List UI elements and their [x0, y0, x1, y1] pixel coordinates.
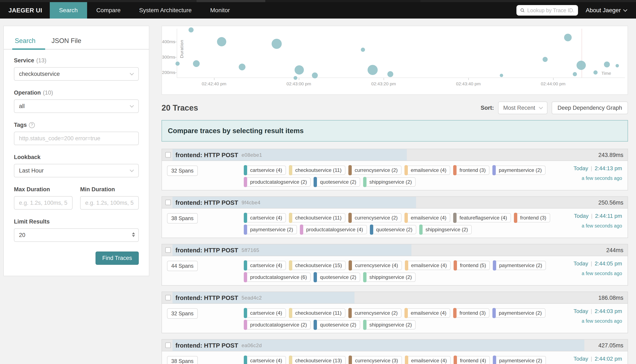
trace-scatter-point[interactable]	[573, 72, 577, 76]
trace-scatter-point[interactable]	[175, 62, 180, 66]
trace-date-link[interactable]: Today	[574, 165, 588, 172]
trace-time-link[interactable]: 2:44:11 pm	[595, 213, 622, 219]
about-jaeger-menu[interactable]: About Jaeger	[586, 7, 627, 14]
deep-dependency-graph-button[interactable]: Deep Dependency Graph	[552, 102, 628, 114]
service-select[interactable]: checkoutservice	[14, 67, 139, 81]
trace-title-link[interactable]: frontend: HTTP POST	[175, 247, 238, 254]
trace-card-header[interactable]: frontend: HTTP POST5ff7165244ms	[162, 244, 627, 256]
service-chip-label: quoteservice (2)	[317, 322, 360, 328]
trace-scatter-point[interactable]	[387, 71, 393, 77]
trace-select-checkbox[interactable]	[165, 152, 171, 158]
service-chip-label: productcatalogservice (4)	[303, 227, 366, 232]
trace-scatter-point[interactable]	[564, 34, 572, 41]
trace-scatter-point[interactable]	[272, 39, 282, 49]
service-color-swatch	[493, 260, 496, 270]
trace-date-link[interactable]: Today	[574, 356, 588, 362]
trace-select-checkbox[interactable]	[165, 247, 171, 253]
trace-timestamps: Today|2:44:11 pma few seconds ago	[574, 213, 622, 229]
nav-item-system-architecture[interactable]: System Architecture	[130, 2, 201, 18]
trace-select-checkbox[interactable]	[165, 342, 171, 348]
trace-scatter-point[interactable]	[217, 37, 226, 46]
trace-card-header[interactable]: frontend: HTTP POSTe08ebe1243.89ms	[162, 149, 627, 161]
trace-time-link[interactable]: 2:44:05 pm	[595, 260, 622, 267]
service-color-swatch	[244, 177, 247, 187]
trace-scatter-point[interactable]	[615, 64, 619, 68]
service-chip-currencyservice: currencyservice (2)	[348, 166, 402, 175]
trace-card-header[interactable]: frontend: HTTP POSTea06c2d427.05ms	[162, 340, 627, 351]
trace-card-header[interactable]: frontend: HTTP POST9f4cbe4250.56ms	[162, 197, 627, 208]
trace-id: 5ff7165	[242, 247, 259, 253]
trace-date-link[interactable]: Today	[574, 213, 588, 219]
trace-duration: 186.08ms	[598, 292, 623, 304]
service-chip-label: checkoutservice (13)	[292, 358, 345, 364]
trace-date-link[interactable]: Today	[574, 260, 588, 267]
find-traces-button[interactable]: Find Traces	[96, 252, 139, 265]
trace-time-link[interactable]: 2:44:03 pm	[595, 308, 622, 314]
compare-banner: Compare traces by selecting result items	[162, 120, 628, 142]
number-stepper[interactable]	[132, 232, 135, 237]
service-color-swatch	[363, 177, 367, 187]
service-chip-label: shippingservice (2)	[367, 322, 415, 328]
lookback-select[interactable]: Last Hour	[14, 164, 139, 177]
stepper-up-icon[interactable]	[132, 232, 135, 234]
tags-input[interactable]	[14, 132, 139, 145]
trace-timestamps: Today|2:44:05 pma few seconds ago	[574, 260, 622, 276]
trace-title-link[interactable]: frontend: HTTP POST	[175, 294, 238, 302]
trace-select-checkbox[interactable]	[165, 295, 171, 300]
trace-relative-time: a few seconds ago	[574, 271, 622, 276]
trace-scatter-point[interactable]	[576, 61, 586, 70]
help-icon[interactable]: ?	[29, 122, 35, 128]
trace-scatter-point[interactable]	[193, 60, 200, 67]
tab-json-file[interactable]: JSON File	[51, 34, 82, 50]
trace-scatter-point[interactable]	[368, 65, 378, 75]
trace-lookup[interactable]	[516, 5, 578, 16]
service-chip-cartservice: cartservice (4)	[244, 213, 286, 222]
service-color-swatch	[348, 165, 352, 175]
trace-duration: 250.56ms	[598, 197, 623, 208]
service-color-swatch	[348, 308, 352, 318]
app-brand: JAEGER UI	[0, 2, 50, 18]
tab-search[interactable]: Search	[14, 34, 36, 50]
service-color-swatch	[289, 260, 292, 270]
trace-title-link[interactable]: frontend: HTTP POST	[175, 152, 238, 158]
trace-scatter-point[interactable]	[500, 74, 503, 77]
trace-title-wrap: frontend: HTTP POST9f4cbe4	[175, 197, 260, 208]
service-color-swatch	[348, 213, 352, 223]
browser-strip-segment	[197, 0, 265, 2]
service-chip-label: quoteservice (2)	[317, 274, 360, 280]
sort-select[interactable]: Most Recent	[498, 102, 547, 114]
trace-card-header[interactable]: frontend: HTTP POST5ead4c2186.08ms	[162, 292, 627, 304]
trace-date-link[interactable]: Today	[574, 308, 588, 314]
stepper-down-icon[interactable]	[132, 235, 135, 237]
trace-title-link[interactable]: frontend: HTTP POST	[175, 199, 238, 206]
trace-timestamps: Today|2:44:13 pma few seconds ago	[574, 165, 622, 181]
nav-item-search[interactable]: Search	[50, 2, 87, 18]
limit-results-input[interactable]	[14, 228, 139, 242]
service-chip-label: cartservice (4)	[247, 358, 285, 364]
max-duration-input[interactable]	[14, 196, 73, 210]
service-color-swatch	[244, 272, 247, 282]
trace-relative-time: a few seconds ago	[574, 223, 622, 229]
service-chip-featureflagservice: featureflagservice (4)	[453, 213, 511, 222]
trace-title-link[interactable]: frontend: HTTP POST	[175, 342, 238, 349]
trace-time-link[interactable]: 2:44:13 pm	[595, 165, 622, 172]
trace-scatter-point[interactable]	[593, 70, 598, 74]
service-chip-label: productcatalogservice (2)	[247, 179, 310, 185]
min-duration-input[interactable]	[80, 196, 139, 210]
trace-scatter-point[interactable]	[361, 48, 365, 52]
operation-select[interactable]: all	[14, 100, 139, 113]
separator: |	[591, 165, 592, 172]
trace-scatter-point[interactable]	[293, 76, 297, 80]
nav-item-monitor[interactable]: Monitor	[201, 2, 239, 18]
trace-scatter-point[interactable]	[239, 64, 245, 70]
trace-scatter-point[interactable]	[543, 57, 548, 62]
trace-scatter-point[interactable]	[188, 28, 194, 32]
nav-item-compare[interactable]: Compare	[87, 2, 130, 18]
trace-scatter-point[interactable]	[294, 65, 304, 74]
trace-lookup-input[interactable]	[527, 7, 574, 14]
trace-select-checkbox[interactable]	[165, 200, 171, 205]
trace-time-link[interactable]: 2:44:02 pm	[595, 356, 622, 362]
trace-date-time: Today|2:44:05 pm	[574, 260, 622, 267]
trace-result-list: frontend: HTTP POSTe08ebe1243.89ms32 Spa…	[162, 149, 628, 364]
trace-scatter-point[interactable]	[604, 62, 610, 68]
